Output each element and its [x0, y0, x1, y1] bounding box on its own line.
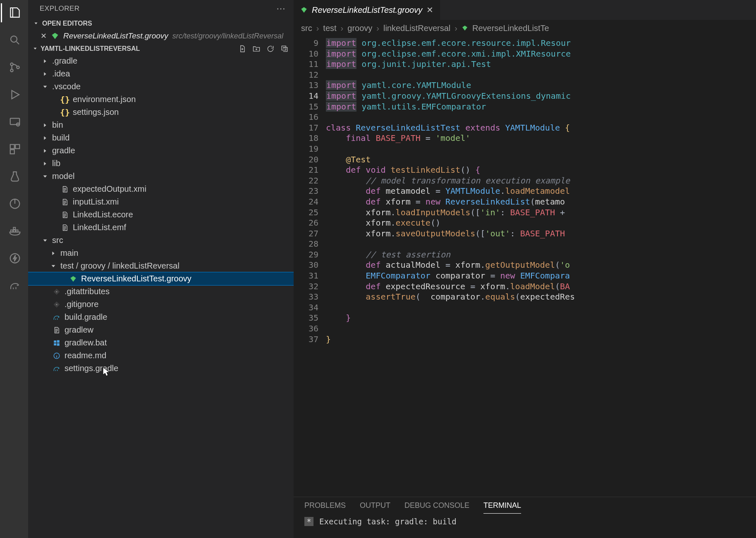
svg-point-0: [11, 36, 17, 42]
line-number: 21: [294, 165, 318, 176]
testing-icon[interactable]: [7, 169, 23, 184]
code-line[interactable]: def void testLinkedList() {: [326, 165, 756, 176]
breadcrumb-item[interactable]: groovy: [347, 24, 372, 33]
code-line[interactable]: // test assertion: [326, 250, 756, 260]
extensions-icon[interactable]: [7, 141, 23, 157]
remote-icon[interactable]: [7, 114, 23, 130]
code-line[interactable]: def expectedResource = xform.loadModel(B…: [326, 281, 756, 292]
code-line[interactable]: import yamtl.groovy.YAMTLGroovyExtension…: [326, 91, 756, 102]
line-number: 28: [294, 239, 318, 250]
bolt-icon[interactable]: [7, 250, 23, 266]
file-row[interactable]: inputList.xmi: [28, 195, 294, 208]
code-line[interactable]: [326, 70, 756, 81]
code-line[interactable]: import yamtl.core.YAMTLModule: [326, 80, 756, 91]
code-line[interactable]: // model transformation execution exampl…: [326, 176, 756, 186]
panel-tab-problems[interactable]: PROBLEMS: [304, 501, 346, 514]
code-line[interactable]: import yamtl.utils.EMFComparator: [326, 102, 756, 112]
file-row[interactable]: .gitattributes: [28, 285, 294, 298]
breadcrumb-item[interactable]: ReverseLinkedListTe: [472, 24, 549, 33]
new-file-icon[interactable]: [238, 45, 246, 53]
code-editor[interactable]: 9101112131415161718192021222324252627282…: [294, 36, 756, 497]
folder-row[interactable]: lib: [28, 157, 294, 170]
file-row[interactable]: .gitignore: [28, 298, 294, 311]
file-row[interactable]: ReverseLinkedListTest.groovy: [28, 272, 294, 285]
code-line[interactable]: @Test: [326, 155, 756, 165]
folder-row[interactable]: test / groovy / linkedListReversal: [28, 259, 294, 272]
code-line[interactable]: xform.execute(): [326, 218, 756, 229]
code-line[interactable]: import org.eclipse.emf.ecore.xmi.impl.XM…: [326, 49, 756, 60]
editor-tab[interactable]: ReverseLinkedListTest.groovy ✕: [294, 0, 440, 20]
panel-tab-debug-console[interactable]: DEBUG CONSOLE: [404, 501, 469, 514]
code-line[interactable]: final BASE_PATH = 'model': [326, 133, 756, 144]
file-row[interactable]: {}settings.json: [28, 106, 294, 119]
breadcrumb-item[interactable]: src: [301, 24, 312, 33]
code-line[interactable]: [326, 144, 756, 155]
new-folder-icon[interactable]: [252, 45, 261, 53]
search-icon[interactable]: [7, 32, 23, 48]
terminal-body[interactable]: * Executing task: gradle: build: [294, 514, 756, 529]
folder-row[interactable]: src: [28, 234, 294, 247]
folder-row[interactable]: model: [28, 170, 294, 183]
file-row[interactable]: LinkedList.ecore: [28, 208, 294, 221]
code-line[interactable]: import org.junit.jupiter.api.Test: [326, 59, 756, 70]
collapse-all-icon[interactable]: [280, 45, 289, 53]
file-row[interactable]: gradlew: [28, 324, 294, 336]
code-line[interactable]: [326, 239, 756, 250]
code-line[interactable]: def metamodel = YAMTLModule.loadMetamode…: [326, 186, 756, 197]
line-number: 26: [294, 218, 318, 229]
breadcrumbs[interactable]: src›test›groovy›linkedListReversal›Rever…: [294, 20, 756, 36]
folder-row[interactable]: .idea: [28, 67, 294, 80]
close-tab-icon[interactable]: ✕: [426, 5, 433, 15]
activity-bar: [0, 0, 28, 538]
file-row[interactable]: readme.md: [28, 349, 294, 362]
file-row[interactable]: LinkedList.emf: [28, 221, 294, 234]
panel-tab-terminal[interactable]: TERMINAL: [483, 501, 521, 514]
code-line[interactable]: [326, 112, 756, 123]
code-line[interactable]: def xform = new ReverseLinkedList(metamo: [326, 197, 756, 207]
chevron-right-icon: [50, 250, 57, 256]
file-row[interactable]: {}environment.json: [28, 93, 294, 106]
panel-tab-output[interactable]: OUTPUT: [360, 501, 390, 514]
open-editor-item[interactable]: ✕ ReverseLinkedListTest.groovy src/test/…: [28, 30, 294, 43]
code-line[interactable]: assertTrue( comparator.equals(expectedRe…: [326, 292, 756, 302]
folder-row[interactable]: main: [28, 247, 294, 259]
code-line[interactable]: EMFComparator comparator = new EMFCompar…: [326, 271, 756, 281]
folder-row[interactable]: bin: [28, 119, 294, 131]
breadcrumb-item[interactable]: linkedListReversal: [383, 24, 450, 33]
folder-row[interactable]: gradle: [28, 144, 294, 157]
code-line[interactable]: class ReverseLinkedListTest extends YAMT…: [326, 123, 756, 133]
code-line[interactable]: xform.saveOutputModels(['out': BASE_PATH: [326, 229, 756, 239]
code-lines[interactable]: import org.eclipse.emf.ecore.resource.im…: [326, 36, 756, 497]
code-line[interactable]: [326, 302, 756, 313]
refresh-icon[interactable]: [266, 45, 275, 53]
run-debug-icon[interactable]: [7, 87, 23, 102]
project-root-section[interactable]: YAMTL-LINKEDLISTREVERSAL: [28, 43, 294, 55]
file-row[interactable]: settings.gradle: [28, 362, 294, 375]
explorer-icon[interactable]: [7, 5, 23, 21]
file-row[interactable]: expectedOutput.xmi: [28, 183, 294, 195]
terminal-output: Executing task: gradle: build: [319, 517, 457, 526]
folder-row[interactable]: build: [28, 131, 294, 144]
power-icon[interactable]: [7, 196, 23, 212]
code-line[interactable]: }: [326, 313, 756, 324]
folder-row[interactable]: .vscode: [28, 80, 294, 93]
gradle-elephant-icon[interactable]: [7, 278, 23, 293]
code-line[interactable]: }: [326, 334, 756, 345]
file-row[interactable]: gradlew.bat: [28, 336, 294, 349]
code-line[interactable]: import org.eclipse.emf.ecore.resource.im…: [326, 38, 756, 49]
folder-row[interactable]: .gradle: [28, 55, 294, 67]
close-editor-icon[interactable]: ✕: [41, 31, 47, 40]
breadcrumb-item[interactable]: test: [323, 24, 336, 33]
tree-item-label: settings.json: [73, 107, 119, 117]
code-line[interactable]: xform.loadInputModels(['in': BASE_PATH +: [326, 207, 756, 218]
line-number: 29: [294, 250, 318, 260]
code-line[interactable]: def actualModel = xform.getOutputModel('…: [326, 260, 756, 271]
code-line[interactable]: [326, 324, 756, 334]
sidebar-more-icon[interactable]: ⋯: [276, 3, 286, 14]
docker-icon[interactable]: [7, 223, 23, 239]
tree-item-label: bin: [52, 120, 63, 130]
source-control-icon[interactable]: [7, 60, 23, 75]
chevron-right-icon: [41, 71, 49, 77]
file-row[interactable]: build.gradle: [28, 311, 294, 324]
open-editors-section[interactable]: OPEN EDITORS: [28, 17, 294, 30]
